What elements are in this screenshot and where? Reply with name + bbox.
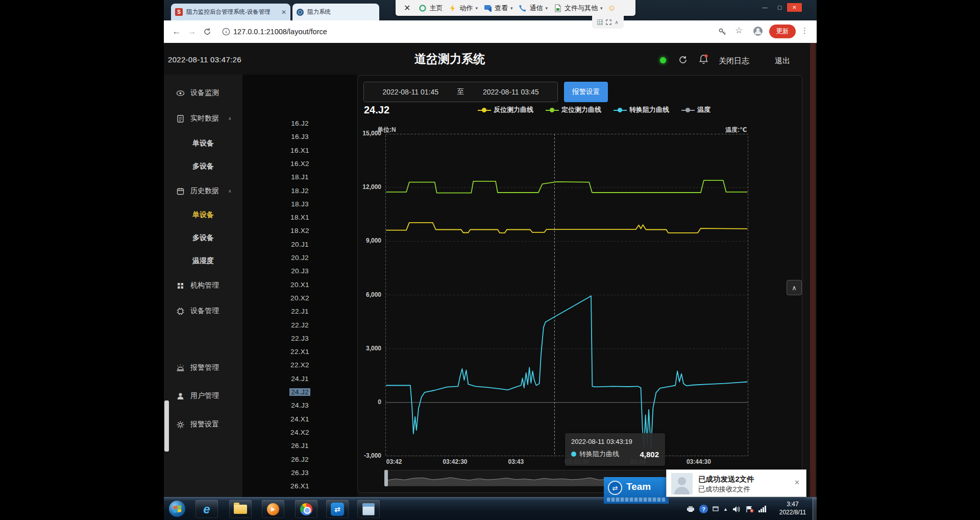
show-desktop-button[interactable] <box>813 498 817 520</box>
range-start-value[interactable]: 2022-08-11 01:45 <box>364 88 457 96</box>
sidebar-item-10[interactable]: 设备管理 <box>164 304 242 318</box>
scrollbar-thumb[interactable] <box>164 400 169 452</box>
sidebar-item-8[interactable]: 温湿度 <box>164 254 242 268</box>
legend-item[interactable]: 定位测力曲线 <box>546 105 601 114</box>
device-list-item[interactable]: 20.J1 <box>242 241 357 252</box>
taskbar-clock[interactable]: 3:47 2022/8/11 <box>774 500 811 516</box>
device-list-item[interactable]: 20.J2 <box>242 254 357 265</box>
printer-icon[interactable] <box>687 506 695 512</box>
device-list-item[interactable]: 22.J2 <box>242 321 357 333</box>
url-text[interactable]: 127.0.0.1:21008/layout/force <box>233 28 327 36</box>
device-list-item[interactable]: 24.X1 <box>242 415 357 427</box>
device-list-item[interactable]: 18.X1 <box>242 214 357 225</box>
taskbar-media-player[interactable]: ▶ <box>262 500 284 518</box>
sidebar-item-12[interactable]: 用户管理 <box>164 389 242 403</box>
page-scrollbar[interactable] <box>810 43 816 497</box>
info-icon[interactable] <box>222 28 230 36</box>
bell-icon[interactable] <box>699 54 708 64</box>
file-transfer-notification[interactable]: 已成功发送2文件 已成功接收2文件 ✕ <box>666 469 806 497</box>
toolbar-item-1[interactable]: 主页 <box>415 4 446 13</box>
signal-bars-icon[interactable] <box>758 506 766 512</box>
sidebar-item-5[interactable]: 历史数据∧ <box>164 184 242 198</box>
refresh-icon[interactable] <box>678 55 688 64</box>
legend-item[interactable]: 温度 <box>681 105 710 114</box>
profile-avatar-icon[interactable] <box>753 26 763 36</box>
scroll-top-button[interactable]: ∧ <box>787 280 802 295</box>
maximize-button[interactable]: ▢ <box>772 3 787 12</box>
device-list-item[interactable]: 22.X1 <box>242 348 357 359</box>
network-flag-icon[interactable] <box>746 506 754 513</box>
sidebar-item-6[interactable]: 单设备 <box>164 208 242 222</box>
forward-icon[interactable]: → <box>184 27 200 37</box>
device-list-item[interactable]: 16.X2 <box>242 160 357 171</box>
teamviewer-panel[interactable]: ⇄ Team <box>604 477 669 504</box>
kebab-menu-icon[interactable]: ⋮ <box>801 26 808 35</box>
sidebar-item-2[interactable]: 实时数据∧ <box>164 111 242 126</box>
device-list-item[interactable]: 24.J3 <box>242 401 357 413</box>
device-list-item[interactable]: 24.J1 <box>242 375 357 386</box>
tab-close-icon[interactable]: ✕ <box>281 9 286 16</box>
device-list-item[interactable]: 26.X1 <box>242 482 357 493</box>
legend-item[interactable]: 反位测力曲线 <box>478 105 533 114</box>
device-list-item[interactable]: 18.X2 <box>242 227 357 238</box>
datazoom-left-handle[interactable] <box>384 470 388 486</box>
line-chart-plot[interactable] <box>385 134 748 456</box>
device-list-item[interactable]: 20.X1 <box>242 281 357 292</box>
logout-button[interactable]: 退出 <box>775 56 790 66</box>
device-list-item[interactable]: 18.J2 <box>242 187 357 198</box>
minimize-button[interactable]: — <box>757 3 772 12</box>
smiley-icon[interactable]: ☺ <box>608 4 616 13</box>
back-icon[interactable]: ← <box>169 27 184 37</box>
help-icon[interactable]: ? <box>699 505 708 513</box>
device-list-item[interactable]: 18.J1 <box>242 173 357 184</box>
close-log-button[interactable]: 关闭日志 <box>719 56 749 66</box>
taskbar-chrome[interactable] <box>295 500 317 518</box>
sidebar-item-13[interactable]: 报警设置 <box>164 417 242 432</box>
device-list-item[interactable]: 26.J3 <box>242 469 357 480</box>
device-list-item[interactable]: 16.X1 <box>242 147 357 158</box>
notification-close-icon[interactable]: ✕ <box>794 479 800 486</box>
tray-up-arrow-icon[interactable]: ▲ <box>723 507 728 512</box>
device-list-item[interactable]: 20.X2 <box>242 294 357 305</box>
start-button[interactable] <box>169 501 185 517</box>
taskbar-notepad-window[interactable] <box>357 500 380 518</box>
key-icon[interactable] <box>718 28 727 36</box>
toolbar-item-4[interactable]: 通信▾ <box>516 4 551 13</box>
legend-item[interactable]: 转换阻力曲线 <box>614 105 669 114</box>
device-list-item[interactable]: 20.J3 <box>242 267 357 278</box>
browser-tab-force-system[interactable]: 阻力系统 <box>292 4 379 20</box>
toolbar-close-icon[interactable]: ✕ <box>401 3 413 13</box>
sidebar-item-11[interactable]: 报警管理 <box>164 361 242 375</box>
close-button[interactable]: ✕ <box>787 3 802 12</box>
sidebar-item-1[interactable]: 设备监测 <box>164 86 242 100</box>
toolbar-item-5[interactable]: 文件与其他▾ <box>551 4 606 13</box>
mini-window-icon[interactable] <box>713 506 719 512</box>
volume-icon[interactable] <box>732 506 741 513</box>
reload-icon[interactable] <box>200 28 215 36</box>
device-list-item[interactable]: 22.X2 <box>242 361 357 372</box>
device-list-item[interactable]: 22.J1 <box>242 308 357 319</box>
teamviewer-toolbar-tab[interactable]: ∧ <box>592 16 624 29</box>
toolbar-item-2[interactable]: 动作▾ <box>446 4 481 13</box>
bookmark-star-icon[interactable]: ☆ <box>735 25 743 36</box>
taskbar-teamviewer[interactable]: ⇄ <box>326 500 349 518</box>
sidebar-item-7[interactable]: 多设备 <box>164 231 242 245</box>
device-list-item[interactable]: 26.J2 <box>242 456 357 467</box>
taskbar-internet-explorer[interactable]: e <box>195 500 218 518</box>
device-list-item[interactable]: 16.J2 <box>242 120 357 131</box>
range-end-value[interactable]: 2022-08-11 03:45 <box>464 88 558 96</box>
update-button[interactable]: 更新 <box>769 25 796 38</box>
taskbar-folder[interactable] <box>229 500 252 518</box>
sidebar-item-3[interactable]: 单设备 <box>164 136 242 151</box>
device-list-item[interactable]: 26.J1 <box>242 442 357 453</box>
alarm-settings-button[interactable]: 报警设置 <box>564 82 608 102</box>
device-list-item[interactable]: 24.X2 <box>242 429 357 440</box>
browser-tab-admin[interactable]: S 阻力监控后台管理系统-设备管理 ✕ <box>171 4 290 20</box>
device-list-item[interactable]: 18.J3 <box>242 200 357 211</box>
toolbar-item-3[interactable]: 查看▾ <box>481 4 516 13</box>
device-list-item[interactable]: 24.J2 <box>242 388 357 399</box>
device-list-item[interactable]: 16.J3 <box>242 133 357 144</box>
sidebar-item-9[interactable]: 机构管理 <box>164 278 242 293</box>
date-range-picker[interactable]: 2022-08-11 01:45 至 2022-08-11 03:45 <box>363 82 558 102</box>
device-list-item[interactable]: 22.J3 <box>242 335 357 346</box>
